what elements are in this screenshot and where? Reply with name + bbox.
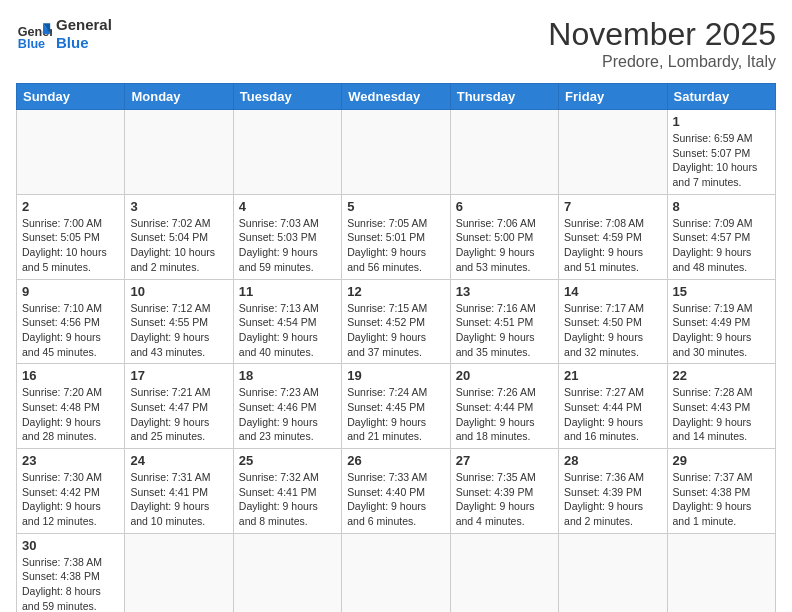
day-info: Sunrise: 7:30 AM Sunset: 4:42 PM Dayligh… <box>22 470 119 529</box>
col-thursday: Thursday <box>450 84 558 110</box>
day-number: 17 <box>130 368 227 383</box>
day-number: 7 <box>564 199 661 214</box>
day-info: Sunrise: 7:21 AM Sunset: 4:47 PM Dayligh… <box>130 385 227 444</box>
day-info: Sunrise: 7:17 AM Sunset: 4:50 PM Dayligh… <box>564 301 661 360</box>
table-row: 26Sunrise: 7:33 AM Sunset: 4:40 PM Dayli… <box>342 449 450 534</box>
day-info: Sunrise: 7:26 AM Sunset: 4:44 PM Dayligh… <box>456 385 553 444</box>
day-number: 9 <box>22 284 119 299</box>
location-subtitle: Predore, Lombardy, Italy <box>548 53 776 71</box>
day-number: 30 <box>22 538 119 553</box>
calendar-week-row: 1Sunrise: 6:59 AM Sunset: 5:07 PM Daylig… <box>17 110 776 195</box>
table-row <box>17 110 125 195</box>
day-number: 21 <box>564 368 661 383</box>
day-number: 3 <box>130 199 227 214</box>
table-row: 4Sunrise: 7:03 AM Sunset: 5:03 PM Daylig… <box>233 194 341 279</box>
page-header: General Blue General Blue November 2025 … <box>16 16 776 71</box>
table-row: 23Sunrise: 7:30 AM Sunset: 4:42 PM Dayli… <box>17 449 125 534</box>
table-row: 25Sunrise: 7:32 AM Sunset: 4:41 PM Dayli… <box>233 449 341 534</box>
day-number: 25 <box>239 453 336 468</box>
calendar-week-row: 2Sunrise: 7:00 AM Sunset: 5:05 PM Daylig… <box>17 194 776 279</box>
table-row: 14Sunrise: 7:17 AM Sunset: 4:50 PM Dayli… <box>559 279 667 364</box>
calendar-week-row: 30Sunrise: 7:38 AM Sunset: 4:38 PM Dayli… <box>17 533 776 612</box>
table-row: 22Sunrise: 7:28 AM Sunset: 4:43 PM Dayli… <box>667 364 775 449</box>
day-info: Sunrise: 7:10 AM Sunset: 4:56 PM Dayligh… <box>22 301 119 360</box>
logo-icon: General Blue <box>16 16 52 52</box>
logo-general-text: General <box>56 16 112 34</box>
day-info: Sunrise: 7:08 AM Sunset: 4:59 PM Dayligh… <box>564 216 661 275</box>
day-number: 20 <box>456 368 553 383</box>
day-info: Sunrise: 7:35 AM Sunset: 4:39 PM Dayligh… <box>456 470 553 529</box>
table-row: 21Sunrise: 7:27 AM Sunset: 4:44 PM Dayli… <box>559 364 667 449</box>
day-info: Sunrise: 7:19 AM Sunset: 4:49 PM Dayligh… <box>673 301 770 360</box>
table-row: 17Sunrise: 7:21 AM Sunset: 4:47 PM Dayli… <box>125 364 233 449</box>
day-info: Sunrise: 7:28 AM Sunset: 4:43 PM Dayligh… <box>673 385 770 444</box>
table-row <box>559 533 667 612</box>
table-row <box>450 110 558 195</box>
day-info: Sunrise: 7:00 AM Sunset: 5:05 PM Dayligh… <box>22 216 119 275</box>
table-row: 20Sunrise: 7:26 AM Sunset: 4:44 PM Dayli… <box>450 364 558 449</box>
day-number: 28 <box>564 453 661 468</box>
table-row: 16Sunrise: 7:20 AM Sunset: 4:48 PM Dayli… <box>17 364 125 449</box>
table-row <box>125 533 233 612</box>
col-wednesday: Wednesday <box>342 84 450 110</box>
col-friday: Friday <box>559 84 667 110</box>
table-row: 11Sunrise: 7:13 AM Sunset: 4:54 PM Dayli… <box>233 279 341 364</box>
day-number: 5 <box>347 199 444 214</box>
day-info: Sunrise: 6:59 AM Sunset: 5:07 PM Dayligh… <box>673 131 770 190</box>
table-row: 7Sunrise: 7:08 AM Sunset: 4:59 PM Daylig… <box>559 194 667 279</box>
day-info: Sunrise: 7:16 AM Sunset: 4:51 PM Dayligh… <box>456 301 553 360</box>
day-info: Sunrise: 7:20 AM Sunset: 4:48 PM Dayligh… <box>22 385 119 444</box>
calendar-header-row: Sunday Monday Tuesday Wednesday Thursday… <box>17 84 776 110</box>
col-saturday: Saturday <box>667 84 775 110</box>
table-row: 9Sunrise: 7:10 AM Sunset: 4:56 PM Daylig… <box>17 279 125 364</box>
table-row <box>125 110 233 195</box>
title-section: November 2025 Predore, Lombardy, Italy <box>548 16 776 71</box>
day-number: 8 <box>673 199 770 214</box>
table-row <box>342 533 450 612</box>
day-info: Sunrise: 7:23 AM Sunset: 4:46 PM Dayligh… <box>239 385 336 444</box>
table-row: 8Sunrise: 7:09 AM Sunset: 4:57 PM Daylig… <box>667 194 775 279</box>
calendar-week-row: 16Sunrise: 7:20 AM Sunset: 4:48 PM Dayli… <box>17 364 776 449</box>
table-row <box>667 533 775 612</box>
table-row <box>233 110 341 195</box>
table-row: 5Sunrise: 7:05 AM Sunset: 5:01 PM Daylig… <box>342 194 450 279</box>
day-number: 10 <box>130 284 227 299</box>
table-row: 19Sunrise: 7:24 AM Sunset: 4:45 PM Dayli… <box>342 364 450 449</box>
calendar-week-row: 9Sunrise: 7:10 AM Sunset: 4:56 PM Daylig… <box>17 279 776 364</box>
logo-blue-text: Blue <box>56 34 112 52</box>
day-info: Sunrise: 7:09 AM Sunset: 4:57 PM Dayligh… <box>673 216 770 275</box>
day-number: 16 <box>22 368 119 383</box>
day-info: Sunrise: 7:05 AM Sunset: 5:01 PM Dayligh… <box>347 216 444 275</box>
day-number: 24 <box>130 453 227 468</box>
day-number: 2 <box>22 199 119 214</box>
day-number: 13 <box>456 284 553 299</box>
day-number: 19 <box>347 368 444 383</box>
day-number: 29 <box>673 453 770 468</box>
day-info: Sunrise: 7:32 AM Sunset: 4:41 PM Dayligh… <box>239 470 336 529</box>
day-info: Sunrise: 7:03 AM Sunset: 5:03 PM Dayligh… <box>239 216 336 275</box>
day-info: Sunrise: 7:13 AM Sunset: 4:54 PM Dayligh… <box>239 301 336 360</box>
day-number: 22 <box>673 368 770 383</box>
logo: General Blue General Blue <box>16 16 112 52</box>
col-monday: Monday <box>125 84 233 110</box>
day-number: 6 <box>456 199 553 214</box>
table-row: 3Sunrise: 7:02 AM Sunset: 5:04 PM Daylig… <box>125 194 233 279</box>
day-info: Sunrise: 7:37 AM Sunset: 4:38 PM Dayligh… <box>673 470 770 529</box>
day-info: Sunrise: 7:24 AM Sunset: 4:45 PM Dayligh… <box>347 385 444 444</box>
table-row: 28Sunrise: 7:36 AM Sunset: 4:39 PM Dayli… <box>559 449 667 534</box>
col-tuesday: Tuesday <box>233 84 341 110</box>
day-info: Sunrise: 7:06 AM Sunset: 5:00 PM Dayligh… <box>456 216 553 275</box>
day-number: 18 <box>239 368 336 383</box>
table-row: 30Sunrise: 7:38 AM Sunset: 4:38 PM Dayli… <box>17 533 125 612</box>
day-number: 27 <box>456 453 553 468</box>
day-number: 26 <box>347 453 444 468</box>
day-number: 15 <box>673 284 770 299</box>
day-number: 14 <box>564 284 661 299</box>
calendar-table: Sunday Monday Tuesday Wednesday Thursday… <box>16 83 776 612</box>
table-row: 6Sunrise: 7:06 AM Sunset: 5:00 PM Daylig… <box>450 194 558 279</box>
table-row: 27Sunrise: 7:35 AM Sunset: 4:39 PM Dayli… <box>450 449 558 534</box>
month-title: November 2025 <box>548 16 776 53</box>
day-info: Sunrise: 7:02 AM Sunset: 5:04 PM Dayligh… <box>130 216 227 275</box>
day-info: Sunrise: 7:33 AM Sunset: 4:40 PM Dayligh… <box>347 470 444 529</box>
day-number: 11 <box>239 284 336 299</box>
